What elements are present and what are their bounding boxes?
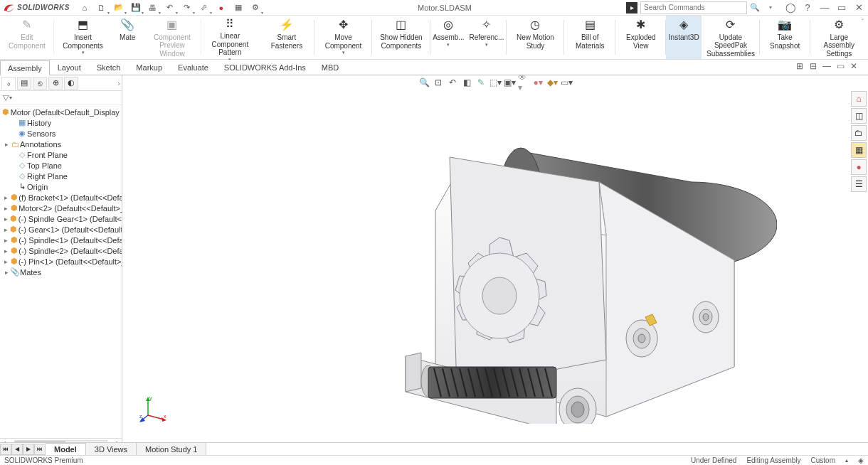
dimxpert-manager-tab[interactable]: ⊕ xyxy=(48,77,63,90)
home-button[interactable]: ⌂ xyxy=(77,1,92,15)
document-title: Motor.SLDASM xyxy=(263,4,626,12)
tree-root[interactable]: ⬢Motor (Default<Default_Display Sta xyxy=(0,107,122,117)
minimize-button[interactable]: — xyxy=(818,1,831,14)
orientation-triad[interactable]: y x z xyxy=(139,395,168,424)
tree-item[interactable]: ↳Origin xyxy=(0,181,122,192)
viewport-close-icon[interactable]: ✕ xyxy=(848,60,859,72)
tree-item[interactable]: ▦History xyxy=(0,117,122,128)
tab-nav-next[interactable]: ▶ xyxy=(23,444,34,455)
update-speedpak-button[interactable]: ⟳Update SpeedPak Subassemblies xyxy=(702,16,759,59)
task-file-explorer-button[interactable]: 🗀 xyxy=(851,125,867,141)
options-button[interactable]: ⚙ xyxy=(248,1,263,15)
tab-nav-first[interactable]: ⏮ xyxy=(0,444,11,455)
display-manager-tab[interactable]: ◐ xyxy=(64,77,78,90)
tree-item[interactable]: ▸⬢(-) Spindle<2> (Default<<Defaul xyxy=(0,245,122,256)
take-snapshot-button[interactable]: 📷Take Snapshot xyxy=(760,16,810,59)
tree-item[interactable]: ▸⬢(f) Bracket<1> (Default<<Defaul xyxy=(0,192,122,203)
svg-text:z: z xyxy=(139,414,142,419)
reference-geometry-button[interactable]: ✧Referenc...▾ xyxy=(467,16,507,59)
task-view-palette-button[interactable]: ▦ xyxy=(851,142,867,158)
large-assembly-settings-button[interactable]: ⚙Large Assembly Settings xyxy=(810,16,868,59)
tree-item[interactable]: ◇Front Plane xyxy=(0,149,122,160)
task-resources-button[interactable]: ⌂ xyxy=(851,91,867,107)
tree-item[interactable]: ▸⬢(-) Pin<1> (Default<<Default>_D xyxy=(0,256,122,267)
feature-tree-filter[interactable]: ▽▾ xyxy=(0,91,122,105)
search-input[interactable] xyxy=(640,1,747,14)
edit-component-button[interactable]: ✎Edit Component xyxy=(0,16,54,59)
tree-item[interactable]: ▸📎Mates xyxy=(0,267,122,277)
viewport-maximize-icon[interactable]: ▭ xyxy=(835,60,846,72)
smart-fasteners-button[interactable]: ⚡Smart Fasteners xyxy=(259,16,314,59)
tab-layout[interactable]: Layout xyxy=(50,60,89,75)
print-button[interactable]: 🖶 xyxy=(145,1,161,15)
tab-assembly[interactable]: Assembly xyxy=(0,60,50,75)
viewport-link-icon[interactable]: ⊟ xyxy=(808,60,819,72)
bottom-tab-motion-study-1[interactable]: Motion Study 1 xyxy=(137,443,206,455)
graphics-viewport[interactable]: 🔍 ⊡ ↶ ◧ ✎ ⬚▾ ▣▾ 👁▾ ●▾ ◆▾ ▭▾ xyxy=(122,75,868,448)
open-file-button[interactable]: 📂 xyxy=(111,1,127,15)
insert-components-button[interactable]: ⬒Insert Components▾ xyxy=(54,16,112,59)
redo-button[interactable]: ↷ xyxy=(179,1,195,15)
instant3d-button[interactable]: ◈Instant3D xyxy=(666,16,702,59)
configuration-manager-tab[interactable]: ⎋ xyxy=(33,77,47,90)
viewport-minimize-icon[interactable]: — xyxy=(821,60,832,72)
rebuild-button[interactable]: ● xyxy=(213,1,229,15)
restore-button[interactable]: ▭ xyxy=(835,1,848,14)
tab-sketch[interactable]: Sketch xyxy=(89,60,129,75)
select-button[interactable]: ⬀ xyxy=(196,1,212,15)
tree-item[interactable]: ▸⬢Motor<2> (Default<<Default>_D xyxy=(0,203,122,213)
exploded-view-button[interactable]: ✱Exploded View xyxy=(615,16,666,59)
search-submit-icon[interactable]: 🔍 xyxy=(747,1,763,15)
status-product: SOLIDWORKS Premium xyxy=(4,456,83,464)
save-button[interactable]: 💾 xyxy=(128,1,144,15)
linear-component-pattern-button[interactable]: ⠿Linear Component Pattern▾ xyxy=(201,16,259,59)
tree-item[interactable]: ▸⬢(-) Spindle Gear<1> (Default<<D xyxy=(0,213,122,224)
property-manager-tab[interactable]: ▤ xyxy=(17,77,31,90)
tree-item[interactable]: ▸⬢(-) Gear<1> (Default<<Default>_ xyxy=(0,224,122,235)
show-hidden-components-button[interactable]: ◫Show Hidden Components xyxy=(372,16,430,59)
tab-nav-prev[interactable]: ◀ xyxy=(11,444,23,455)
tree-item[interactable]: ◇Top Plane xyxy=(0,160,122,171)
task-design-library-button[interactable]: ◫ xyxy=(851,108,867,124)
feature-manager-panel: ⬨ ▤ ⎋ ⊕ ◐ › ▽▾ ⬢Motor (Default<Default_D… xyxy=(0,75,122,448)
login-icon[interactable]: ◯ xyxy=(784,1,797,14)
status-unit-system[interactable]: Custom xyxy=(811,456,835,464)
panel-collapse-icon[interactable]: › xyxy=(117,79,120,87)
task-custom-properties-button[interactable]: ☰ xyxy=(851,176,867,192)
move-component-button[interactable]: ✥Move Component▾ xyxy=(314,16,372,59)
mate-button[interactable]: 📎Mate xyxy=(112,16,143,59)
search-mode-icon[interactable]: ▸ xyxy=(626,2,637,14)
feature-tree-tab[interactable]: ⬨ xyxy=(1,77,16,90)
tab-evaluate[interactable]: Evaluate xyxy=(170,60,216,75)
viewport-tile-icon[interactable]: ⊞ xyxy=(794,60,805,72)
tree-item[interactable]: ▸🗀Annotations xyxy=(0,139,122,149)
ribbon-collapse-icon[interactable]: ˇ xyxy=(862,18,864,26)
undo-button[interactable]: ↶ xyxy=(162,1,178,15)
new-file-button[interactable]: 🗋 xyxy=(94,1,110,15)
file-properties-button[interactable]: ▦ xyxy=(231,1,246,15)
bottom-tab-3d-views[interactable]: 3D Views xyxy=(86,443,137,455)
solidworks-logo-icon xyxy=(3,1,16,14)
tab-solidworks-addins[interactable]: SOLIDWORKS Add-Ins xyxy=(216,60,314,75)
tab-markup[interactable]: Markup xyxy=(128,60,170,75)
show-hidden-icon: ◫ xyxy=(394,18,408,32)
bottom-tab-model[interactable]: Model xyxy=(46,443,86,455)
status-graphics-icon[interactable]: ◈ xyxy=(858,456,864,464)
tab-mbd[interactable]: MBD xyxy=(314,60,346,75)
task-appearances-button[interactable]: ● xyxy=(851,159,867,175)
part-icon: ⬢ xyxy=(9,246,18,255)
assembly-features-button[interactable]: ◎Assemb...▾ xyxy=(430,16,467,59)
component-preview-window-button[interactable]: ▣Component Preview Window xyxy=(143,16,201,59)
tree-item[interactable]: ◇Right Plane xyxy=(0,171,122,181)
snapshot-icon: 📷 xyxy=(778,18,792,32)
tree-item[interactable]: ◉Sensors xyxy=(0,128,122,139)
tree-item[interactable]: ▸⬢(-) Spindle<1> (Default<<Defaul xyxy=(0,235,122,245)
new-motion-study-button[interactable]: ◷New Motion Study xyxy=(507,16,564,59)
help-icon[interactable]: ? xyxy=(801,1,814,14)
svg-point-6 xyxy=(703,314,709,321)
tab-nav-last[interactable]: ⏭ xyxy=(34,444,46,455)
close-button[interactable]: ✕ xyxy=(852,1,865,14)
bill-of-materials-button[interactable]: ▤Bill of Materials xyxy=(564,16,615,59)
search-dropdown-icon[interactable]: ▾ xyxy=(763,1,778,15)
status-unit-dropdown-icon[interactable]: ▴ xyxy=(845,457,848,464)
